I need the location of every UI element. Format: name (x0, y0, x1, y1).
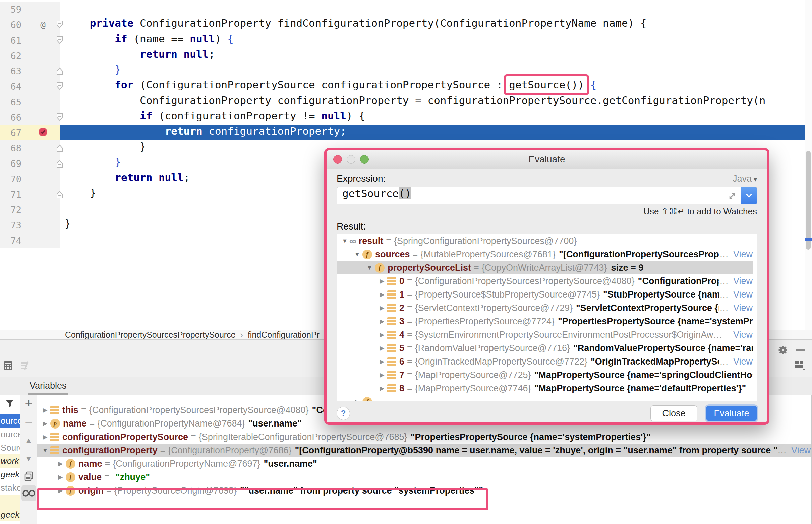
expand-arrow[interactable]: ▶ (378, 331, 386, 339)
expand-arrow[interactable]: ▼ (365, 264, 374, 272)
code-line[interactable]: 62 return null; (0, 48, 805, 63)
code-line[interactable]: 65 ConfigurationProperty configurationPr… (0, 94, 805, 110)
expand-arrow[interactable]: ▶ (378, 384, 386, 392)
result-tree-row[interactable]: ▶4={SystemEnvironmentPropertySourceEnvir… (337, 328, 753, 341)
fold-end-icon[interactable] (55, 159, 65, 168)
view-link[interactable]: View (729, 357, 753, 367)
expand-arrow[interactable]: ▶ (378, 317, 386, 325)
fold-end-icon[interactable] (55, 66, 65, 76)
gutter[interactable]: 73 (0, 217, 60, 233)
editor-scrollbar[interactable] (805, 0, 812, 330)
fold-collapse-icon[interactable] (55, 35, 65, 45)
gutter[interactable]: 70 (0, 171, 60, 186)
layout-settings-icon[interactable] (794, 360, 805, 372)
breakpoint-icon[interactable] (37, 127, 48, 139)
help-button[interactable]: ? (337, 407, 350, 420)
result-tree-row[interactable]: ▶5={RandomValuePropertySource@7716}"Rand… (337, 341, 753, 355)
fold-collapse-icon[interactable] (55, 81, 65, 92)
gutter[interactable]: 66 (0, 110, 60, 125)
result-tree-row[interactable]: ▼fpropertySourceList={CopyOnWriteArrayLi… (337, 261, 753, 274)
code-line[interactable]: 61 if (name == null) { (0, 33, 805, 48)
add-watch-icon[interactable]: + (20, 397, 37, 409)
code-line[interactable]: 60@ private ConfigurationProperty findCo… (0, 17, 805, 33)
gutter[interactable]: 67 (0, 125, 60, 141)
result-tree-row[interactable]: ▶f (337, 395, 753, 402)
close-window-icon[interactable] (333, 155, 342, 164)
gutter[interactable]: 69 (0, 156, 60, 171)
expand-arrow[interactable]: ▶ (41, 420, 50, 427)
gear-icon[interactable] (778, 345, 789, 357)
expand-arrow[interactable]: ▶ (41, 433, 50, 441)
expand-arrow[interactable]: ▼ (41, 447, 50, 454)
view-link[interactable]: View (729, 276, 753, 286)
fold-collapse-icon[interactable] (55, 112, 65, 122)
result-tree-row[interactable]: ▶3={PropertiesPropertySource@7724}"Prope… (337, 315, 753, 328)
duplicate-icon[interactable] (20, 471, 37, 483)
fold-collapse-icon[interactable] (55, 20, 65, 30)
expand-arrow[interactable]: ▶ (56, 487, 65, 494)
expand-arrow[interactable]: ▼ (353, 251, 362, 258)
view-link[interactable]: View (729, 249, 753, 260)
gutter[interactable]: 59 (0, 2, 60, 17)
frame-item[interactable]: geekb (0, 508, 20, 521)
evaluate-expression-icon[interactable] (3, 361, 13, 372)
evaluate-button[interactable]: Evaluate (706, 406, 757, 421)
scrollbar-thumb[interactable] (806, 151, 811, 250)
gutter[interactable]: 62 (0, 48, 60, 63)
expand-arrow[interactable]: ▶ (353, 398, 362, 402)
result-tree-row[interactable]: ▼∞result={SpringConfigurationPropertySou… (337, 234, 753, 248)
code-line[interactable]: 59 (0, 2, 805, 17)
frame-item[interactable]: ource (0, 427, 20, 441)
view-link[interactable]: View (729, 330, 753, 340)
expand-arrow[interactable]: ▶ (378, 358, 386, 365)
result-tree-row[interactable]: ▶7={MapPropertySource@7725}"MapPropertyS… (337, 368, 753, 382)
close-button[interactable]: Close (650, 405, 697, 422)
code-line[interactable]: 63 } (0, 63, 805, 79)
variable-row[interactable]: ▶configurationPropertySource={SpringIter… (37, 430, 811, 444)
expand-editor-icon[interactable] (727, 191, 737, 203)
frame-item[interactable]: stake (0, 481, 20, 494)
frame-item[interactable]: work (0, 454, 20, 468)
expand-arrow[interactable]: ▶ (378, 291, 386, 298)
result-tree[interactable]: ▼∞result={SpringConfigurationPropertySou… (337, 234, 757, 402)
gutter[interactable]: 68 (0, 141, 60, 156)
expand-arrow[interactable]: ▶ (56, 473, 65, 481)
expand-arrow[interactable]: ▶ (41, 406, 50, 414)
view-link[interactable]: View (729, 290, 753, 300)
result-tree-row[interactable]: ▶6={OriginTrackedMapPropertySource@7722}… (337, 355, 753, 368)
gutter[interactable]: 64 (0, 79, 60, 94)
result-tree-row[interactable]: ▶8={MapPropertySource@7746}"MapPropertyS… (337, 382, 753, 395)
breadcrumb-method[interactable]: findConfigurationPr (248, 330, 319, 339)
filter-icon[interactable] (5, 399, 15, 409)
gutter[interactable]: 60@ (0, 17, 60, 33)
view-link[interactable]: View (786, 445, 811, 456)
result-tree-row[interactable]: ▼fsources={MutablePropertySources@7681}"… (337, 248, 753, 261)
variable-row[interactable]: ▶forigin={PropertySourceOrigin@7698}""us… (37, 484, 811, 497)
expand-arrow[interactable]: ▶ (378, 277, 386, 285)
variable-row[interactable]: ▼configurationProperty={ConfigurationPro… (37, 444, 811, 457)
move-down-icon[interactable]: ▼ (20, 454, 37, 463)
frame-item[interactable] (0, 494, 20, 508)
breadcrumb-class[interactable]: ConfigurationPropertySourcesPropertySour… (65, 330, 236, 339)
expand-arrow[interactable]: ▶ (378, 371, 386, 379)
move-up-icon[interactable]: ▲ (20, 436, 37, 445)
view-link[interactable]: View (729, 303, 753, 313)
evaluate-dialog[interactable]: Evaluate Expression: Java▾ getSource() U… (324, 148, 769, 425)
tab-variables[interactable]: Variables (30, 377, 67, 395)
watch-return-values-icon[interactable] (20, 489, 37, 499)
frames-panel[interactable]: ourceourceSourcworkgeekstakegeekb (0, 395, 20, 524)
mute-renderers-icon[interactable] (21, 361, 31, 372)
expression-history-dropdown[interactable] (741, 187, 757, 204)
expand-arrow[interactable]: ▼ (340, 238, 349, 245)
language-selector[interactable]: Java▾ (733, 174, 757, 184)
frame-item[interactable]: geek (0, 468, 20, 481)
code-line[interactable]: 64 for (ConfigurationPropertySource conf… (0, 79, 805, 94)
gutter[interactable]: 71 (0, 186, 60, 202)
result-tree-row[interactable]: ▶2={ServletContextPropertySource@7729}"S… (337, 301, 753, 315)
minimize-window-icon[interactable] (347, 155, 355, 164)
frame-item[interactable]: Sourc (0, 441, 20, 454)
remove-watch-icon[interactable]: − (20, 416, 37, 429)
expression-input[interactable]: getSource() (337, 187, 757, 204)
gutter[interactable]: 61 (0, 33, 60, 48)
gutter[interactable]: 74 (0, 233, 60, 248)
